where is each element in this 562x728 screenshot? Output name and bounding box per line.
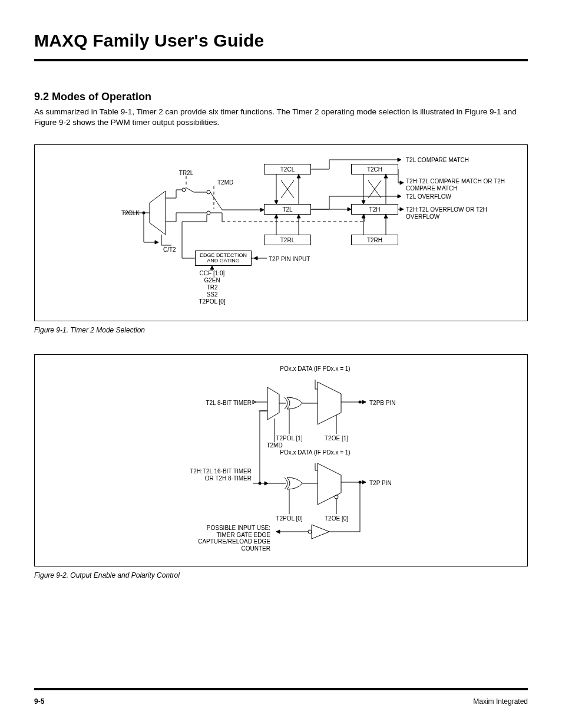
svg-marker-105 (276, 530, 280, 533)
svg-marker-29 (275, 200, 278, 204)
svg-marker-99 (362, 480, 366, 484)
svg-marker-71 (267, 387, 279, 420)
doc-title: MAXQ Family User's Guide (34, 31, 528, 51)
header-rule (34, 59, 528, 61)
svg-point-20 (207, 211, 210, 215)
svg-line-21 (210, 192, 222, 210)
svg-marker-23 (260, 208, 264, 212)
figure-1-svg (35, 145, 527, 321)
svg-line-12 (186, 187, 194, 192)
figure-2-caption: Figure 9-2. Output Enable and Polarity C… (34, 571, 528, 579)
svg-marker-53 (398, 158, 401, 162)
footer-company: Maxim Integrated (473, 697, 528, 706)
svg-point-19 (207, 190, 210, 194)
section-body: As summarized in Table 9-1, Timer 2 can … (34, 107, 528, 128)
figure-1-caption: Figure 9-1. Timer 2 Mode Selection (34, 326, 528, 334)
svg-marker-49 (348, 207, 351, 211)
svg-marker-89 (265, 482, 268, 485)
svg-marker-66 (210, 266, 214, 269)
svg-marker-86 (362, 400, 366, 404)
svg-marker-31 (297, 174, 300, 178)
page-footer: 9-5 Maxim Integrated (34, 697, 528, 706)
page-number: 9-5 (34, 697, 44, 706)
figure-2-box: POx.x DATA (IF PDx.x = 1) T2L 8-BIT TIME… (34, 354, 528, 566)
figure-1-box: T2CL T2CH T2L T2H T2RL T2RH EDGE DETECTI… (34, 144, 528, 321)
svg-marker-0 (150, 191, 166, 235)
svg-marker-64 (254, 256, 257, 260)
svg-marker-62 (400, 207, 404, 211)
svg-marker-56 (400, 181, 404, 185)
svg-marker-102 (312, 525, 329, 539)
svg-point-85 (359, 401, 362, 404)
svg-marker-41 (275, 215, 278, 218)
svg-point-11 (182, 188, 186, 192)
svg-marker-60 (398, 195, 401, 198)
svg-point-103 (308, 530, 312, 533)
svg-marker-43 (297, 215, 300, 218)
svg-marker-35 (362, 200, 365, 204)
figure-2-svg (35, 355, 527, 566)
svg-marker-37 (384, 174, 388, 178)
svg-marker-5 (155, 241, 158, 244)
footer-rule (34, 688, 528, 690)
svg-point-96 (335, 495, 338, 499)
svg-marker-80 (318, 382, 341, 424)
svg-marker-47 (384, 215, 388, 218)
section-heading: 9.2 Modes of Operation (34, 91, 528, 103)
